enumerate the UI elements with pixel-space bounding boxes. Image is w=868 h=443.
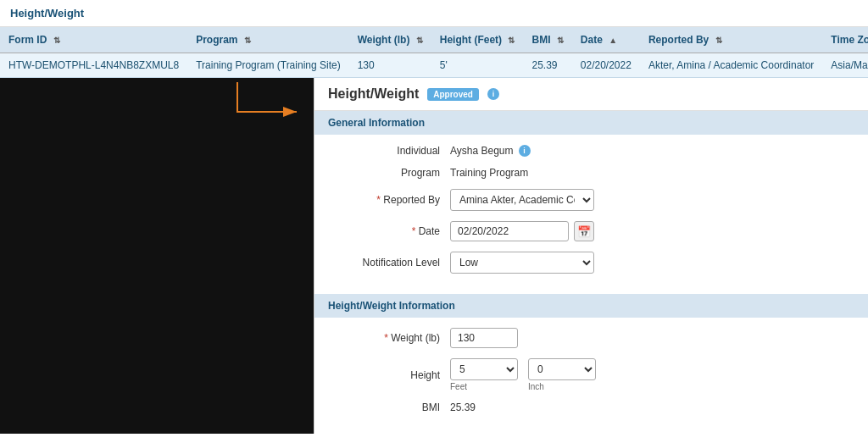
left-panel [0,78,314,434]
reported-by-label: Reported By [331,194,450,206]
cell-height: 5' [431,53,524,78]
col-date[interactable]: Date ▲ [572,27,640,53]
bmi-label: BMI [331,401,450,413]
height-feet-select[interactable]: 5 [450,358,518,380]
info-icon[interactable]: i [487,88,499,100]
notification-select[interactable]: Low [450,252,594,274]
reported-by-select[interactable]: Amina Akter, Academic Coordinator [450,189,594,211]
cell-bmi: 25.39 [523,53,571,78]
sort-icon-weight: ⇅ [416,36,423,45]
inch-label: Inch [528,382,596,391]
col-weight[interactable]: Weight (lb) ⇅ [349,27,431,53]
cell-program: Training Program (Training Site) [187,53,349,78]
general-info-section: Individual Aysha Begum i Program Trainin… [314,135,868,294]
col-program[interactable]: Program ⇅ [187,27,349,53]
hw-info-header: Height/Weight Information [314,294,868,318]
weight-value [450,328,851,348]
date-row: Date 📅 [331,221,851,241]
general-info-header: General Information [314,111,868,135]
col-height[interactable]: Height (Feet) ⇅ [431,27,524,53]
cell-form-id: HTW-DEMOTPHL-L4N4NB8ZXMUL8 [0,53,187,78]
bmi-row: BMI 25.39 [331,401,851,413]
col-form-id[interactable]: Form ID ⇅ [0,27,187,53]
height-row: Height 5 Feet 0 Inch [331,358,851,391]
table-container: Form ID ⇅ Program ⇅ Weight (lb) ⇅ Height… [0,27,868,78]
reported-by-value: Amina Akter, Academic Coordinator [450,189,851,211]
program-row: Program Training Program [331,167,851,179]
date-value: 📅 [450,221,851,241]
height-inch-col: 0 Inch [528,358,596,391]
status-badge: Approved [427,88,479,101]
cell-timezone: Asia/Manila [822,53,868,78]
feet-label: Feet [450,382,518,391]
sort-icon-reported-by: ⇅ [715,36,722,45]
height-inner: 5 Feet 0 Inch [450,358,596,391]
individual-label: Individual [331,145,450,157]
detail-header: Height/Weight Approved i [314,78,868,111]
sort-icon-form-id: ⇅ [53,36,60,45]
bottom-layout: Height/Weight Approved i General Informa… [0,78,868,434]
program-label: Program [331,167,450,179]
individual-info-icon[interactable]: i [519,145,531,157]
bmi-value: 25.39 [450,401,851,413]
weight-label: Weight (lb) [331,332,450,344]
date-input[interactable] [450,221,569,241]
weight-row: Weight (lb) [331,328,851,348]
height-value: 5 Feet 0 Inch [450,358,851,391]
height-label: Height [331,369,450,381]
sort-icon-program: ⇅ [244,36,251,45]
cell-weight: 130 [349,53,431,78]
page-title: Height/Weight [0,0,868,27]
col-reported-by[interactable]: Reported By ⇅ [640,27,822,53]
detail-title: Height/Weight [328,86,419,102]
data-table: Form ID ⇅ Program ⇅ Weight (lb) ⇅ Height… [0,27,868,78]
right-panel: Height/Weight Approved i General Informa… [314,78,868,434]
sort-icon-height: ⇅ [508,36,515,45]
reported-by-row: Reported By Amina Akter, Academic Coordi… [331,189,851,211]
sort-icon-date: ▲ [609,36,617,45]
notification-row: Notification Level Low [331,252,851,274]
cell-reported-by: Akter, Amina / Academic Coordinator [640,53,822,78]
individual-value: Aysha Begum i [450,145,851,157]
cell-date: 02/20/2022 [572,53,640,78]
sort-icon-bmi: ⇅ [557,36,564,45]
col-bmi[interactable]: BMI ⇅ [523,27,571,53]
height-feet-col: 5 Feet [450,358,518,391]
hw-info-section: Weight (lb) Height 5 Feet [314,318,868,434]
col-timezone[interactable]: Time Zone ⇅ [822,27,868,53]
notification-label: Notification Level [331,257,450,269]
date-label: Date [331,225,450,237]
individual-row: Individual Aysha Begum i [331,145,851,157]
program-value: Training Program [450,167,851,179]
weight-input[interactable] [450,328,518,348]
table-row[interactable]: HTW-DEMOTPHL-L4N4NB8ZXMUL8 Training Prog… [0,53,868,78]
calendar-icon[interactable]: 📅 [574,221,594,241]
notification-value: Low [450,252,851,274]
height-inch-select[interactable]: 0 [528,358,596,380]
